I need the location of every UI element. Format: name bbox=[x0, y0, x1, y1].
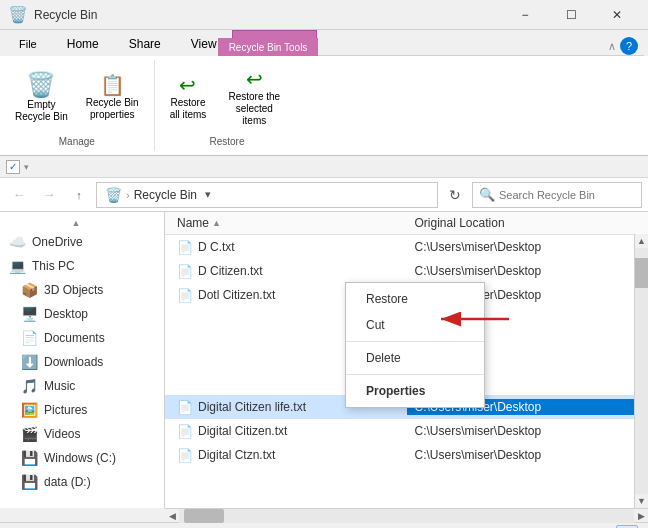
tab-home[interactable]: Home bbox=[52, 30, 114, 56]
ribbon-collapse-btn[interactable]: ∧ bbox=[608, 40, 616, 53]
nav-desktop[interactable]: 🖥️ Desktop bbox=[0, 302, 152, 326]
maximize-button[interactable]: ☐ bbox=[548, 0, 594, 30]
scroll-left-arrow[interactable]: ◀ bbox=[165, 509, 179, 523]
properties-icon: 📋 bbox=[100, 75, 125, 95]
search-input[interactable] bbox=[499, 189, 635, 201]
nav-downloads[interactable]: ⬇️ Downloads bbox=[0, 350, 152, 374]
empty-bin-label: EmptyRecycle Bin bbox=[15, 99, 68, 123]
nav-data-d[interactable]: 💾 data (D:) bbox=[0, 470, 152, 494]
tabs-spacer bbox=[317, 55, 602, 56]
restore-all-icon: ↩ bbox=[179, 75, 196, 95]
restore-arrow-indicator bbox=[433, 308, 513, 333]
music-label: Music bbox=[44, 379, 75, 393]
nav-documents[interactable]: 📄 Documents bbox=[0, 326, 152, 350]
file-name-text: Dotl Citizen.txt bbox=[198, 288, 275, 302]
ctx-delete-label: Delete bbox=[366, 351, 401, 365]
file-icon: 📄 bbox=[177, 400, 193, 415]
manage-buttons: 🗑️ EmptyRecycle Bin 📋 Recycle Binpropert… bbox=[8, 64, 146, 132]
path-separator: › bbox=[126, 189, 130, 201]
h-scroll-track[interactable] bbox=[179, 509, 634, 523]
3d-objects-label: 3D Objects bbox=[44, 283, 103, 297]
up-button[interactable]: ↑ bbox=[66, 182, 92, 208]
refresh-button[interactable]: ↻ bbox=[442, 182, 468, 208]
nav-pictures[interactable]: 🖼️ Pictures bbox=[0, 398, 152, 422]
path-text: Recycle Bin bbox=[134, 188, 197, 202]
scroll-thumb[interactable] bbox=[635, 258, 648, 288]
desktop-icon: 🖥️ bbox=[20, 306, 38, 322]
restore-all-button[interactable]: ↩ Restoreall items bbox=[163, 70, 214, 126]
scroll-track[interactable] bbox=[635, 248, 648, 494]
scroll-up-arrow[interactable]: ▲ bbox=[635, 234, 649, 248]
ribbon-body: 🗑️ EmptyRecycle Bin 📋 Recycle Binpropert… bbox=[0, 56, 648, 156]
h-scroll-thumb[interactable] bbox=[184, 509, 224, 523]
navigation-panel: ▲ ☁️ OneDrive 💻 This PC 📦 3D Objects 🖥️ … bbox=[0, 212, 165, 508]
location-col-label: Original Location bbox=[415, 216, 505, 230]
close-button[interactable]: ✕ bbox=[594, 0, 640, 30]
nav-this-pc[interactable]: 💻 This PC bbox=[0, 254, 152, 278]
ctx-properties[interactable]: Properties bbox=[346, 378, 484, 404]
path-icon: 🗑️ bbox=[105, 187, 122, 203]
videos-icon: 🎬 bbox=[20, 426, 38, 442]
file-icon: 📄 bbox=[177, 288, 193, 303]
onedrive-icon: ☁️ bbox=[8, 234, 26, 250]
data-d-icon: 💾 bbox=[20, 474, 38, 490]
restore-all-label: Restoreall items bbox=[170, 97, 207, 121]
nav-videos[interactable]: 🎬 Videos bbox=[0, 422, 152, 446]
col-header-name[interactable]: Name ▲ bbox=[169, 212, 407, 234]
list-view-button[interactable]: ☰ bbox=[616, 525, 638, 529]
desktop-label: Desktop bbox=[44, 307, 88, 321]
help-button[interactable]: ? bbox=[620, 37, 638, 55]
forward-button[interactable]: → bbox=[36, 182, 62, 208]
nav-windows-c[interactable]: 💾 Windows (C:) bbox=[0, 446, 152, 470]
window-title: Recycle Bin bbox=[34, 8, 97, 22]
minimize-button[interactable]: − bbox=[502, 0, 548, 30]
ribbon-tabs: File Home Share View Manage ∧ ? bbox=[0, 30, 648, 56]
windows-c-label: Windows (C:) bbox=[44, 451, 116, 465]
scroll-right-arrow[interactable]: ▶ bbox=[634, 509, 648, 523]
quick-access-check[interactable]: ✓ bbox=[6, 160, 20, 174]
address-box[interactable]: 🗑️ › Recycle Bin ▾ bbox=[96, 182, 438, 208]
nav-scroll-up[interactable]: ▲ bbox=[0, 216, 152, 230]
properties-label: Recycle Binproperties bbox=[86, 97, 139, 121]
this-pc-label: This PC bbox=[32, 259, 75, 273]
file-icon: 📄 bbox=[177, 240, 193, 255]
file-location-cell: C:\Users\miser\Desktop bbox=[407, 424, 645, 438]
nav-3d-objects[interactable]: 📦 3D Objects bbox=[0, 278, 152, 302]
nav-onedrive[interactable]: ☁️ OneDrive bbox=[0, 230, 152, 254]
3d-objects-icon: 📦 bbox=[20, 282, 38, 298]
restore-selected-button[interactable]: ↩ Restore theselected items bbox=[217, 64, 291, 132]
vertical-scrollbar[interactable]: ▲ ▼ bbox=[634, 234, 648, 508]
empty-recycle-bin-button[interactable]: 🗑️ EmptyRecycle Bin bbox=[8, 68, 75, 128]
restore-group-label: Restore bbox=[209, 132, 244, 147]
back-button[interactable]: ← bbox=[6, 182, 32, 208]
videos-label: Videos bbox=[44, 427, 80, 441]
pictures-icon: 🖼️ bbox=[20, 402, 38, 418]
horizontal-scrollbar[interactable]: ◀ ▶ bbox=[165, 508, 648, 522]
file-name-cell: 📄 Digital Ctzn.txt bbox=[169, 448, 407, 463]
file-icon: 📄 bbox=[177, 424, 193, 439]
file-row[interactable]: 📄 D Citizen.txt C:\Users\miser\Desktop bbox=[165, 259, 648, 283]
quick-access-dropdown[interactable]: ▾ bbox=[24, 162, 29, 172]
tab-share[interactable]: Share bbox=[114, 30, 176, 56]
file-row[interactable]: 📄 Digital Citizen.txt C:\Users\miser\Des… bbox=[165, 419, 648, 443]
search-icon: 🔍 bbox=[479, 187, 495, 202]
details-view-button[interactable]: ▦ bbox=[590, 525, 612, 529]
quick-access-toolbar: ✓ ▾ bbox=[0, 156, 648, 178]
address-dropdown[interactable]: ▾ bbox=[201, 188, 215, 201]
this-pc-icon: 💻 bbox=[8, 258, 26, 274]
downloads-label: Downloads bbox=[44, 355, 103, 369]
file-row[interactable]: 📄 Digital Ctzn.txt C:\Users\miser\Deskto… bbox=[165, 443, 648, 467]
scroll-down-arrow[interactable]: ▼ bbox=[635, 494, 649, 508]
file-list-header: Name ▲ Original Location bbox=[165, 212, 648, 235]
ctx-delete[interactable]: Delete bbox=[346, 345, 484, 371]
ribbon-group-manage: 🗑️ EmptyRecycle Bin 📋 Recycle Binpropert… bbox=[0, 60, 155, 151]
recycle-bin-properties-button[interactable]: 📋 Recycle Binproperties bbox=[79, 70, 146, 126]
address-bar: ← → ↑ 🗑️ › Recycle Bin ▾ ↻ 🔍 bbox=[0, 178, 648, 212]
file-row[interactable]: 📄 D C.txt C:\Users\miser\Desktop bbox=[165, 235, 648, 259]
col-header-location[interactable]: Original Location bbox=[407, 212, 645, 234]
name-col-sort: ▲ bbox=[212, 218, 221, 228]
nav-music[interactable]: 🎵 Music bbox=[0, 374, 152, 398]
ribbon-group-restore: ↩ Restoreall items ↩ Restore theselected… bbox=[155, 60, 300, 151]
search-box[interactable]: 🔍 bbox=[472, 182, 642, 208]
tab-file[interactable]: File bbox=[4, 30, 52, 56]
